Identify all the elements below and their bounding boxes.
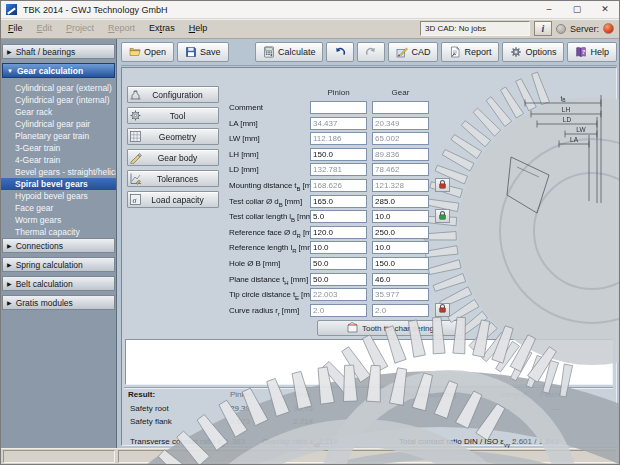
input-pinion-test-collar-db[interactable] [310,195,367,208]
chevron-down-icon: ▼ [7,68,13,74]
input-gear-mounting-distance-tb[interactable] [372,179,429,192]
sidebar-item-planetary-gear-train[interactable]: Planetary gear train [1,130,116,142]
input-gear-ld-mm[interactable] [372,163,429,176]
sidebar-section-gear-calculation[interactable]: ▼Gear calculation [2,63,115,78]
field-label-curve-radius-rr: Curve radius rr [mm] [229,306,299,317]
input-pinion-comment[interactable] [310,101,367,114]
input-gear-reference-length-lr[interactable] [372,241,429,254]
lock-button-test-collar-length-lb[interactable] [435,209,450,223]
input-pinion-reference-length-lr[interactable] [310,241,367,254]
sidebar-item-thermal-capacity[interactable]: Thermal capacity [1,226,116,238]
options-icon [510,46,522,58]
sidebar-item-cylindrical-gear-internal[interactable]: Cylindrical gear (internal) [1,94,116,106]
input-pinion-lw-mm[interactable] [310,132,367,145]
help-button[interactable]: ?Help [567,42,617,62]
section-tool-button[interactable]: Tool [127,107,219,124]
result-safety-flank-gear: 2.714 [293,417,313,426]
titlebar: TBK 2014 - GWJ Technology GmbH – ▢ ✕ [1,1,619,19]
input-gear-lh-mm[interactable] [372,148,429,161]
lock-red [437,178,448,193]
open-folder-icon [129,46,141,58]
undo-button[interactable] [326,42,354,62]
menu-file[interactable]: File [1,19,30,38]
input-gear-reference-face-dr[interactable] [372,226,429,239]
info-button[interactable]: i [534,21,552,36]
input-pinion-hole-b-mm[interactable] [310,257,367,270]
result-row-label: Safety root [130,404,169,413]
svg-text:?: ? [582,48,585,55]
lock-button-mounting-distance-tb[interactable] [435,178,450,192]
toolbar-button-label: Help [590,47,609,57]
result-safety-root-integral: --- [507,404,515,413]
menu-help[interactable]: Help [182,19,215,38]
sidebar-item-face-gear[interactable]: Face gear [1,202,116,214]
input-gear-hole-b-mm[interactable] [372,257,429,270]
menu-extras[interactable]: Extras [142,19,182,38]
toolbar: OpenSaveCalculateCADReportOptions?Help [121,42,617,66]
field-label-comment: Comment [229,103,263,112]
section-geometry-button[interactable]: Geometry [127,128,219,145]
input-pinion-tip-circle-distance-te[interactable] [310,288,367,301]
server-led-indicator [603,23,614,34]
input-gear-comment[interactable] [372,101,429,114]
cad-button[interactable]: CAD [388,42,438,62]
section-gear-body-button[interactable]: Gear body [127,149,219,166]
chevron-right-icon: ▶ [7,280,12,287]
sidebar-item-cylindrical-gear-pair[interactable]: Cylindrical gear pair [1,118,116,130]
save-button[interactable]: Save [177,42,229,62]
input-gear-tip-circle-distance-te[interactable] [372,288,429,301]
input-gear-test-collar-length-lb[interactable] [372,210,429,223]
sidebar-item-3-gear-train[interactable]: 3-Gear train [1,142,116,154]
toolbar-button-label: CAD [411,47,430,57]
sidebar-item-worm-gears[interactable]: Worm gears [1,214,116,226]
sidebar-item-4-gear-train[interactable]: 4-Gear train [1,154,116,166]
sidebar-section-belt-calculation[interactable]: ▶Belt calculation [2,276,115,291]
statusbar [1,448,619,464]
lock-button-curve-radius-rr[interactable] [435,303,450,317]
sidebar-item-gear-rack[interactable]: Gear rack [1,106,116,118]
field-label-mounting-distance-tb: Mounting distance tB [mm] [229,181,320,192]
input-gear-la-mm[interactable] [372,117,429,130]
input-pinion-mounting-distance-tb[interactable] [310,179,367,192]
input-gear-lw-mm[interactable] [372,132,429,145]
section-configuration-button[interactable]: Configuration [127,86,219,103]
sidebar-item-spiral-bevel-gears[interactable]: Spiral bevel gears [1,178,116,190]
results-header-safety-scuffing: Safety scuffing [404,390,456,399]
calculate-button[interactable]: Calculate [255,42,324,62]
input-gear-plane-distance-th[interactable] [372,273,429,286]
options-button[interactable]: Options [502,42,564,62]
input-gear-curve-radius-rr[interactable] [372,304,429,317]
field-label-plane-distance-th: Plane distance tH [mm] [229,275,308,286]
tooth-tip-chamfering-button[interactable]: Tooth tip chamfering [317,320,463,336]
sidebar-item-hypoid-bevel-gears[interactable]: Hypoid bevel gears [1,190,116,202]
redo-button [357,42,385,62]
maximize-button[interactable]: ▢ [563,1,591,18]
input-pinion-plane-distance-th[interactable] [310,273,367,286]
field-label-test-collar-db: Test collar Ø dB [mm] [229,197,302,208]
close-button[interactable]: ✕ [591,1,619,18]
results-header-flash: Flash [540,390,560,399]
minimize-button[interactable]: – [535,1,563,18]
input-pinion-reference-face-dr[interactable] [310,226,367,239]
result-safety-root-gear: 30.75 [293,404,313,413]
input-pinion-la-mm[interactable] [310,117,367,130]
sidebar-item-cylindrical-gear-external[interactable]: Cylindrical gear (external) [1,82,116,94]
field-label-lw-mm: LW [mm] [229,134,260,143]
sidebar-section-shaft-bearings[interactable]: ▶Shaft / bearings [2,44,115,59]
input-pinion-ld-mm[interactable] [310,163,367,176]
section-button-label: Load capacity [143,195,218,205]
result-safety-root-pinion: 29.39 [230,404,250,413]
input-pinion-test-collar-length-lb[interactable] [310,210,367,223]
sidebar-item-bevel-gears-straight-helical[interactable]: Bevel gears - straight/helical [1,166,116,178]
section-load-capacity-button[interactable]: σLoad capacity [127,191,219,208]
open-button[interactable]: Open [121,42,174,62]
sidebar-section-spring-calculation[interactable]: ▶Spring calculation [2,257,115,272]
input-pinion-curve-radius-rr[interactable] [310,304,367,317]
report-button[interactable]: Report [441,42,499,62]
input-gear-test-collar-db[interactable] [372,195,429,208]
sidebar-section-connections[interactable]: ▶Connections [2,238,115,253]
field-label-reference-face-dr: Reference face Ø dR [mm] [229,228,320,239]
sidebar-section-gratis-modules[interactable]: ▶Gratis modules [2,295,115,310]
input-pinion-lh-mm[interactable] [310,148,367,161]
section-tolerances-button[interactable]: Tolerances [127,170,219,187]
